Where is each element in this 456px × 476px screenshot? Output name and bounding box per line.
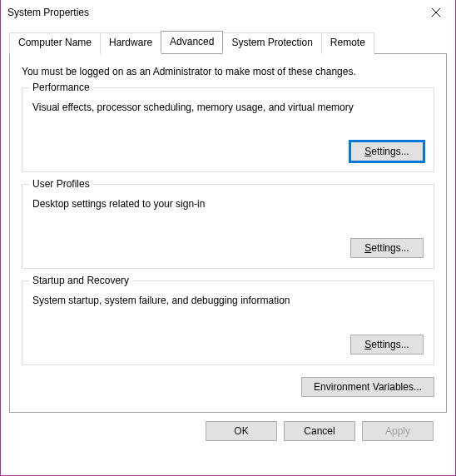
group-user-profiles-title: User Profiles xyxy=(29,178,93,190)
group-startup-desc: System startup, system failure, and debu… xyxy=(32,295,424,306)
group-user-profiles-desc: Desktop settings related to your sign-in xyxy=(32,198,424,210)
group-performance-desc: Visual effects, processor scheduling, me… xyxy=(32,102,424,113)
window-title: System Properties xyxy=(7,7,89,18)
tab-advanced[interactable]: Advanced xyxy=(161,31,223,52)
close-icon xyxy=(432,8,440,17)
group-startup-title: Startup and Recovery xyxy=(29,275,132,286)
tab-hardware[interactable]: Hardware xyxy=(100,32,161,54)
tab-system-protection[interactable]: System Protection xyxy=(222,32,321,54)
group-user-profiles: User Profiles Desktop settings related t… xyxy=(22,184,434,269)
startup-settings-button[interactable]: Settings... xyxy=(350,335,424,355)
titlebar: System Properties xyxy=(1,0,455,25)
tab-remote[interactable]: Remote xyxy=(321,32,374,54)
user-profiles-settings-button[interactable]: Settings... xyxy=(350,238,424,258)
apply-button[interactable]: Apply xyxy=(362,421,434,441)
performance-settings-button[interactable]: Settings... xyxy=(350,141,424,161)
admin-instruction: You must be logged on as an Administrato… xyxy=(22,66,434,77)
group-performance-title: Performance xyxy=(29,82,93,93)
group-performance: Performance Visual effects, processor sc… xyxy=(22,87,434,172)
tabstrip: Computer Name Hardware Advanced System P… xyxy=(9,32,447,54)
cancel-button[interactable]: Cancel xyxy=(284,421,355,441)
tab-panel-advanced: You must be logged on as an Administrato… xyxy=(9,53,447,413)
dialog-content: Computer Name Hardware Advanced System P… xyxy=(1,25,455,449)
ok-button[interactable]: OK xyxy=(206,421,277,441)
close-button[interactable] xyxy=(417,0,455,25)
dialog-footer: OK Cancel Apply xyxy=(9,413,447,441)
group-startup-recovery: Startup and Recovery System startup, sys… xyxy=(22,280,434,365)
tab-computer-name[interactable]: Computer Name xyxy=(9,32,101,54)
environment-variables-button[interactable]: Environment Variables... xyxy=(301,377,434,397)
